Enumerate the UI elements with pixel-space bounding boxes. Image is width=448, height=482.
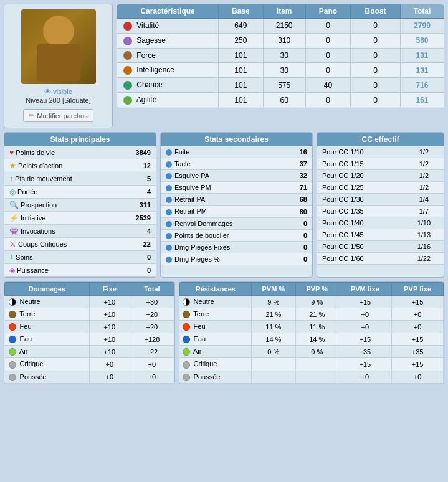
carac-item: 2150 [263,19,305,34]
dmg-col-type: Dommages [5,283,90,296]
sec-stat-name: Dmg Pièges Fixes [161,241,284,253]
res-type: Critique [180,358,252,371]
stat-name: ⚔ Coups Critiques [4,238,117,251]
cc-value: 1/22 [404,253,444,265]
col-header-base: Base [219,4,263,19]
icon-orange [123,66,132,75]
sec-stat-value: 68 [284,194,312,206]
table-row: Vitalité 649 2150 0 0 2799 [117,19,444,34]
res-col-pvp-fixe: PVP fixe [392,283,444,296]
sec-stat-value: 37 [284,158,312,170]
carac-base: 101 [219,63,263,78]
resistances-panel: Résistances PVM % PVP % PVM fixe PVP fix… [179,281,444,384]
list-item: Pour CC 1/40 1/10 [317,217,444,229]
carac-pano: 0 [305,93,350,108]
stat-value: 0 [117,264,156,277]
carac-boost: 0 [351,63,401,78]
list-item: Esquive PM 71 [161,182,312,194]
cc-label: Pour CC 1/15 [317,158,404,170]
bottom-section: Dommages Fixe Total Neutre +10 +30 Terre… [4,281,444,384]
dmg-fixe: +10 [89,333,130,346]
list-item: Pour CC 1/25 1/2 [317,182,444,194]
col-header-item: Item [263,4,305,19]
table-row: Poussée +0 +0 [5,371,174,383]
cc-label: Pour CC 1/20 [317,170,404,182]
cc-label: Pour CC 1/25 [317,182,404,194]
carac-pano: 0 [305,48,350,63]
resistances-table: Résistances PVM % PVP % PVM fixe PVP fix… [179,282,444,384]
carac-name: Agilité [117,93,219,108]
list-item: ⚔ Coups Critiques 22 [4,238,156,251]
sec-stat-name: Tacle [161,158,284,170]
res-pvp-pct: 9 % [296,296,338,308]
res-pvp-fixe: +15 [392,358,444,371]
table-row: Feu 11 % 11 % +0 +0 [180,321,444,333]
col-header-carac: Caractéristique [117,4,219,19]
feu-icon [9,323,16,331]
carac-item: 310 [263,33,305,48]
res-pvp-pct [296,358,338,371]
dmg-fixe: +10 [89,308,130,321]
list-item: Pour CC 1/45 1/13 [317,229,444,241]
carac-base: 101 [219,48,263,63]
res-pvm-fixe: +0 [338,308,392,321]
neutre-icon [183,298,190,306]
cc-value: 1/7 [404,206,444,217]
stat-name: ◎ Portée [4,186,117,199]
cc-effectif-header: CC effectif [317,133,444,146]
list-item: ♥ Points de vie 3849 [4,146,156,159]
res-pvm-fixe: +15 [338,296,392,308]
list-item: Pour CC 1/60 1/22 [317,253,444,265]
cc-label: Pour CC 1/35 [317,206,404,217]
list-item: Pour CC 1/35 1/7 [317,206,444,217]
feu-icon [183,323,190,331]
carac-pano: 40 [305,78,350,93]
carac-name: Force [117,48,219,63]
carac-total: 131 [400,63,444,78]
col-header-pano: Pano [305,4,350,19]
res-pvp-pct: 21 % [296,308,338,321]
eye-icon: 👁 [44,88,51,95]
crit-icon: ⚔ [9,240,16,248]
carac-table-container: Caractéristique Base Item Pano Boost Tot… [117,4,444,128]
table-row: Poussée +0 +0 [180,371,444,383]
dmg-total: +30 [130,296,174,308]
carac-base: 101 [219,78,263,93]
blue-dot-icon [166,185,172,191]
stat-value: 4 [117,186,156,199]
dmg-type: Critique [5,358,90,371]
carac-base: 649 [219,19,263,34]
sec-stat-value: 0 [284,229,312,241]
res-pvm-pct [251,358,296,371]
table-row: Agilité 101 60 0 0 161 [117,93,444,108]
blue-dot-icon [166,161,172,168]
icon-brown [123,51,132,60]
stat-value: 22 [117,238,156,251]
list-item: Pour CC 1/50 1/16 [317,241,444,253]
stat-name: ◈ Puissance [4,264,117,277]
table-row: Neutre +10 +30 [5,296,174,308]
heart-icon: ♥ [9,148,14,157]
modify-button[interactable]: ✏ Modifier parchos [23,109,93,122]
stat-value: 12 [117,159,156,172]
carac-boost: 0 [351,48,401,63]
sec-stat-value: 80 [284,206,312,217]
dommages-panel: Dommages Fixe Total Neutre +10 +30 Terre… [4,281,175,384]
list-item: 👾 Invocations 4 [4,225,156,238]
list-item: ★ Points d'action 12 [4,159,156,172]
cc-value: 1/2 [404,158,444,170]
carac-total: 2799 [400,19,444,34]
table-row: Feu +10 +20 [5,321,174,333]
carac-name: Sagesse [117,33,219,48]
stat-value: 2539 [117,212,156,225]
sec-stat-name: Dmg Pièges % [161,253,284,265]
carac-boost: 0 [351,93,401,108]
carac-boost: 0 [351,78,401,93]
list-item: Points de bouclier 0 [161,229,312,241]
cc-label: Pour CC 1/30 [317,194,404,206]
dmg-type: Eau [5,333,90,346]
table-row: Critique +15 +15 [180,358,444,371]
list-item: ◎ Portée 4 [4,186,156,199]
terre-icon [183,311,190,318]
list-item: Esquive PA 32 [161,170,312,182]
